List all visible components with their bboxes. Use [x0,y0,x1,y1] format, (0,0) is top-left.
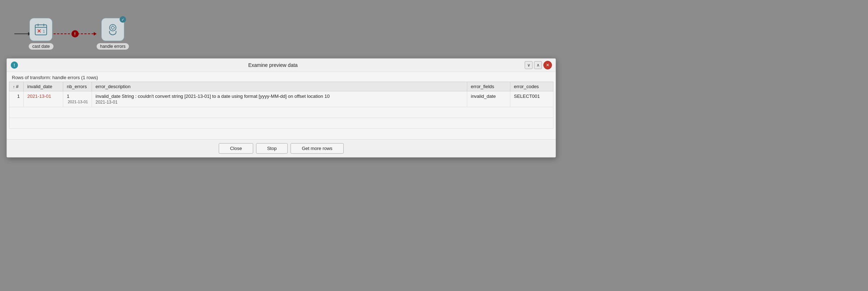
svg-point-8 [111,26,114,29]
examine-preview-dialog: t Examine preview data ∨ ∧ ✕ Rows of tra… [6,58,556,158]
pipeline-arrow-in [14,33,29,34]
cell-nb-errors: 1 2021-13-01 [63,91,92,107]
get-more-rows-button[interactable]: Get more rows [291,143,343,154]
dialog-titlebar: t Examine preview data ∨ ∧ ✕ [7,59,556,72]
col-header-error-codes[interactable]: error_codes [510,82,553,91]
dialog-subtitle: Rows of transform: handle errors (1 rows… [7,72,556,82]
table-row: 1 2021-13-01 1 2021-13-01 invalid_date S… [9,91,553,107]
maximize-button[interactable]: ∧ [534,61,542,69]
dashed-connector: ! [54,32,97,36]
col-header-error-description[interactable]: error_description [92,82,467,91]
cell-error-description: invalid_date String : couldn't convert s… [92,91,467,107]
dashed-line [54,33,74,34]
cell-error-fields: invalid_date [467,91,510,107]
stop-button[interactable]: Stop [256,143,288,154]
table-empty-row-1 [9,107,553,118]
preview-data-table: # invalid_date nb_errors error_descripti… [9,82,553,129]
node-cast-date-box: 1 [29,18,52,41]
error-desc-container: invalid_date String : couldn't convert s… [96,94,463,105]
node-handle-errors-box: ✓ [101,18,124,41]
dialog-title: Examine preview data [21,62,525,68]
dialog-app-icon: t [10,61,18,69]
table-empty-row-2 [9,118,553,129]
col-header-invalid-date[interactable]: invalid_date [24,82,63,91]
close-button[interactable]: Close [219,143,253,154]
col-header-num[interactable]: # [9,82,24,91]
data-table-container[interactable]: # invalid_date nb_errors error_descripti… [9,82,553,139]
node-handle-errors[interactable]: ✓ handle errors [97,18,129,50]
check-badge: ✓ [120,16,126,23]
cell-row-num: 1 [9,91,24,107]
dialog-controls: ∨ ∧ ✕ [525,61,552,69]
col-header-error-fields[interactable]: error_fields [467,82,510,91]
nb-errors-content: 1 [67,94,88,99]
close-dialog-button[interactable]: ✕ [543,61,552,69]
pipeline-canvas: 1 cast date ! ✓ handle errors [14,18,129,50]
node-cast-date-label: cast date [29,43,54,50]
svg-point-7 [110,24,116,31]
minimize-button[interactable]: ∨ [525,61,533,69]
node-cast-date[interactable]: 1 cast date [29,18,54,50]
error-badge: ! [71,30,79,37]
svg-rect-0 [35,25,47,35]
table-header-row: # invalid_date nb_errors error_descripti… [9,82,553,91]
dialog-footer: Close Stop Get more rows [7,139,556,157]
cast-date-icon: 1 [34,23,48,36]
node-handle-errors-label: handle errors [97,43,129,50]
handle-errors-icon [106,23,120,36]
cell-invalid-date: 2021-13-01 [24,91,63,107]
dashed-arrow [94,32,97,36]
svg-text:1: 1 [43,29,45,33]
cell-error-codes: SELECT001 [510,91,553,107]
col-header-nb-errors[interactable]: nb_errors [63,82,92,91]
